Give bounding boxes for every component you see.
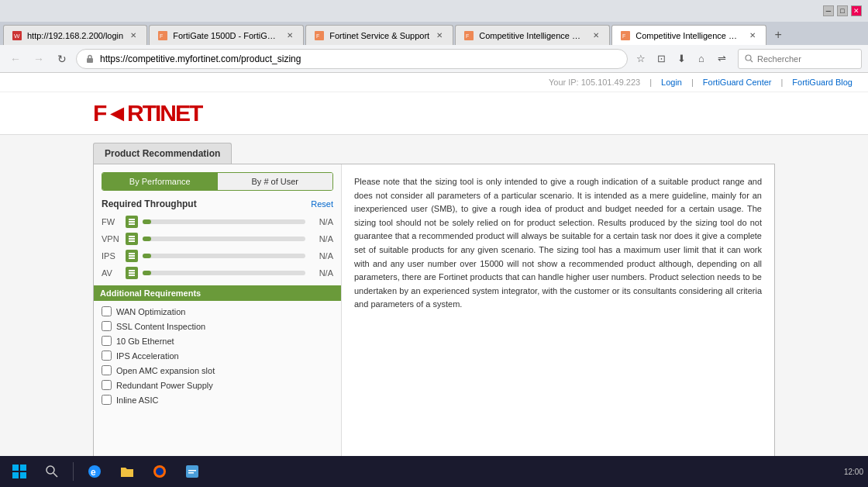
nav-bar: ← → ↻ ☆ ⊡ ⬇ ⌂ ⇌ <box>0 45 868 73</box>
throughput-header: Required Throughput Reset <box>102 199 333 209</box>
ips-slider-fill <box>143 254 151 258</box>
svg-rect-14 <box>20 465 26 471</box>
ssl-checkbox[interactable] <box>102 321 112 331</box>
svg-rect-24 <box>188 470 196 471</box>
ips-slider-value: N/A <box>310 251 333 261</box>
tab-2[interactable]: F FortiGate 1500D - FortiGate_15... ✕ <box>149 25 304 45</box>
rps-checkbox[interactable] <box>102 380 112 390</box>
av-slider-fill <box>143 271 151 275</box>
forward-button[interactable]: → <box>29 50 48 68</box>
maximize-button[interactable]: □ <box>837 5 848 16</box>
browser-content: Your IP: 105.101.49.223 | Login | FortiG… <box>0 73 868 487</box>
ips-acceleration-label[interactable]: IPS Acceleration <box>116 351 179 361</box>
av-slider-icon <box>126 267 138 279</box>
fortiguard-blog-link[interactable]: FortiGuard Blog <box>792 78 852 87</box>
firefox-taskbar[interactable] <box>145 458 174 485</box>
close-button[interactable]: ✕ <box>851 5 862 16</box>
separator-2: | <box>691 78 694 87</box>
performance-tabs: By Performance By # of User <box>102 172 333 191</box>
search-container <box>738 49 862 69</box>
tab-close-2[interactable]: ✕ <box>284 30 295 41</box>
main-content: Product Recommendation By Performance By… <box>0 135 868 466</box>
tab-title-5: Competitive Intelligence Data... <box>636 31 742 40</box>
tab-5[interactable]: F Competitive Intelligence Data... ✕ <box>611 25 766 45</box>
amc-checkbox[interactable] <box>102 365 112 375</box>
taskbar-sep-1 <box>73 462 74 481</box>
reset-link[interactable]: Reset <box>311 199 333 209</box>
nav-actions: ☆ ⊡ ⬇ ⌂ ⇌ <box>632 50 730 67</box>
search-taskbar[interactable] <box>37 458 67 485</box>
amc-label[interactable]: Open AMC expansion slot <box>116 366 215 375</box>
checkboxes-container: WAN Optimization SSL Content Inspection … <box>102 306 333 406</box>
ips-slider-icon <box>126 250 138 262</box>
tab-title-3: Fortinet Service & Support <box>329 31 429 40</box>
gb-checkbox[interactable] <box>102 336 112 346</box>
svg-rect-10 <box>87 58 93 63</box>
fortiguard-center-link[interactable]: FortiGuard Center <box>703 78 772 87</box>
ips-acceleration-checkbox[interactable] <box>102 351 112 361</box>
tab-favicon-1: W <box>12 30 22 41</box>
start-button[interactable] <box>5 458 34 485</box>
gb-label[interactable]: 10 Gb Ethernet <box>116 337 174 346</box>
explorer-icon <box>184 463 201 480</box>
main-box: By Performance By # of User Required Thr… <box>93 164 775 458</box>
fw-slider-fill <box>143 219 151 224</box>
tab-1[interactable]: W http://192.168.2.200/login ✕ <box>3 25 147 45</box>
login-link[interactable]: Login <box>661 78 682 87</box>
reader-icon[interactable]: ⊡ <box>653 50 670 67</box>
ips-slider-row: IPS N/A <box>102 250 333 262</box>
ips-label: IPS <box>102 251 121 261</box>
tab-close-3[interactable]: ✕ <box>434 30 445 41</box>
asic-checkbox[interactable] <box>102 395 112 405</box>
tab-4[interactable]: F Competitive Intelligence Data... ✕ <box>455 25 610 45</box>
tab-close-4[interactable]: ✕ <box>591 30 601 41</box>
home-icon[interactable]: ⌂ <box>693 50 710 67</box>
fw-label: FW <box>102 217 121 226</box>
bookmark-star-icon[interactable]: ☆ <box>632 50 649 67</box>
tab-close-5[interactable]: ✕ <box>747 30 758 41</box>
by-user-tab[interactable]: By # of User <box>218 173 333 190</box>
fw-slider-icon <box>126 216 138 228</box>
rps-label[interactable]: Redundant Power Supply <box>116 381 213 390</box>
wan-label[interactable]: WAN Optimization <box>116 307 185 316</box>
fw-slider-row: FW N/A <box>102 216 333 228</box>
title-bar: ─ □ ✕ <box>0 0 868 22</box>
browser-search-input[interactable] <box>757 54 835 64</box>
address-bar[interactable] <box>76 49 628 69</box>
svg-line-18 <box>53 473 57 477</box>
explorer-taskbar[interactable] <box>177 458 207 485</box>
product-recommendation-tab[interactable]: Product Recommendation <box>93 143 232 164</box>
sliders-container: FW N/A VPN <box>102 216 333 279</box>
window-controls[interactable]: ─ □ ✕ <box>823 5 862 16</box>
by-performance-tab[interactable]: By Performance <box>102 173 218 190</box>
ie-taskbar[interactable]: e <box>80 458 109 485</box>
ips-slider-track[interactable] <box>143 254 305 258</box>
logo-bar: F◄RTINET <box>0 92 868 135</box>
tab-favicon-3: F <box>314 30 325 41</box>
address-input[interactable] <box>100 54 619 64</box>
refresh-button[interactable]: ↻ <box>53 50 71 68</box>
taskbar-time: 12:00 <box>844 468 863 476</box>
folder-taskbar[interactable] <box>112 458 142 485</box>
ie-icon: e <box>86 463 103 480</box>
tab-bar: W http://192.168.2.200/login ✕ F FortiGa… <box>0 22 868 45</box>
tab-close-1[interactable]: ✕ <box>128 30 139 41</box>
checkbox-asic: Inline ASIC <box>102 394 333 406</box>
new-tab-button[interactable]: + <box>768 25 788 45</box>
back-button[interactable]: ← <box>6 50 25 68</box>
vpn-slider-track[interactable] <box>143 237 305 241</box>
minimize-button[interactable]: ─ <box>823 5 834 16</box>
av-slider-value: N/A <box>310 268 333 278</box>
av-slider-track[interactable] <box>143 271 305 275</box>
fortinet-logo: F◄RTINET <box>93 100 852 126</box>
asic-label[interactable]: Inline ASIC <box>116 395 158 405</box>
download-icon[interactable]: ⬇ <box>673 50 690 67</box>
svg-rect-13 <box>12 465 19 471</box>
sync-icon[interactable]: ⇌ <box>713 50 730 67</box>
checkbox-ips-acc: IPS Acceleration <box>102 350 333 361</box>
svg-rect-25 <box>188 472 194 474</box>
wan-checkbox[interactable] <box>102 306 112 316</box>
tab-3[interactable]: F Fortinet Service & Support ✕ <box>305 25 453 45</box>
fw-slider-track[interactable] <box>143 219 305 224</box>
ssl-label[interactable]: SSL Content Inspection <box>116 322 205 331</box>
